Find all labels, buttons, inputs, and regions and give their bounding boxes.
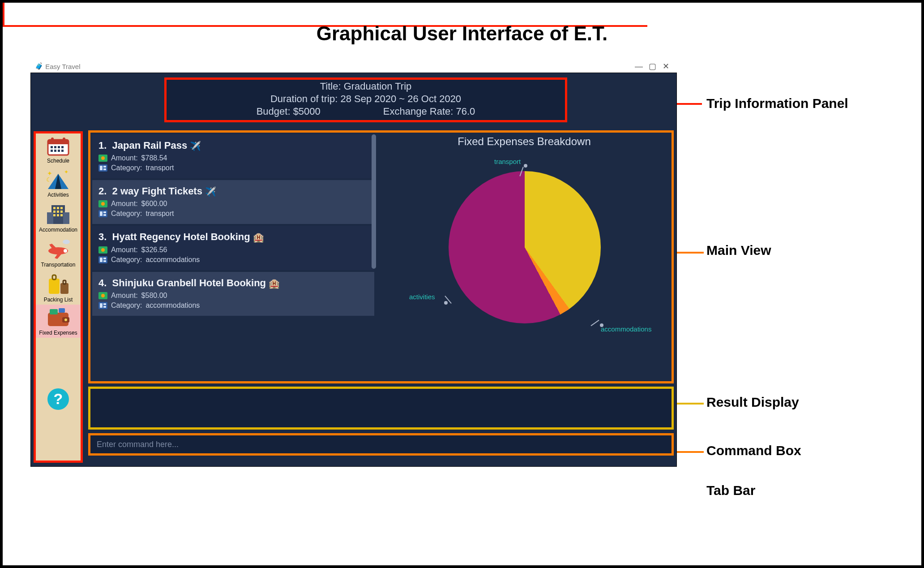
svg-rect-10: [58, 150, 60, 152]
command-placeholder: Enter command here...: [97, 440, 179, 449]
page-title: Graphical User Interface of E.T.: [3, 22, 921, 45]
pie-chart: [449, 171, 601, 323]
plane-emoji-icon: ✈️: [190, 141, 201, 151]
pie-dot: [444, 301, 448, 305]
category-value: transport: [145, 210, 174, 218]
category-value: accommodations: [145, 256, 200, 264]
svg-rect-7: [61, 146, 64, 148]
tab-schedule[interactable]: Schedule: [36, 133, 81, 166]
tab-activities[interactable]: ✦✦☾ Activities: [36, 166, 81, 200]
svg-rect-39: [50, 309, 58, 314]
svg-rect-60: [100, 258, 103, 262]
window-maximize-button[interactable]: ▢: [646, 61, 659, 71]
category-label: Category:: [111, 210, 142, 218]
annotation-result-display: Result Display: [706, 395, 799, 410]
trip-duration-label: Duration of trip:: [270, 93, 341, 104]
money-icon: [98, 200, 107, 207]
chart-title: Fixed Expenses Breakdown: [377, 135, 672, 148]
trip-budget-label: Budget:: [257, 106, 293, 117]
window-close-button[interactable]: ✕: [659, 61, 672, 71]
svg-point-42: [64, 318, 67, 321]
amount-value: $326.56: [141, 246, 167, 254]
svg-rect-55: [103, 211, 106, 213]
item-title: Japan Rail Pass: [112, 140, 188, 151]
svg-point-29: [63, 240, 70, 244]
amount-value: $788.54: [141, 154, 167, 162]
svg-rect-49: [103, 166, 106, 168]
tab-transportation[interactable]: Transportation: [36, 235, 81, 270]
expense-item[interactable]: 1. Japan Rail Pass ✈️ Amount: $788.54 Ca…: [92, 134, 374, 178]
trip-title-label: Title:: [320, 81, 344, 92]
trip-rate-label: Exchange Rate:: [383, 106, 456, 117]
plane-emoji-icon: ✈️: [205, 187, 216, 197]
svg-rect-61: [103, 258, 106, 259]
svg-rect-5: [54, 146, 56, 148]
expense-item[interactable]: 2. 2 way Fight Tickets ✈️ Amount: $600.0…: [92, 180, 374, 224]
money-icon: [98, 292, 107, 299]
category-value: accommodations: [145, 301, 200, 310]
expense-item[interactable]: 4. Shinjuku Granbell Hotel Booking 🏨 Amo…: [92, 272, 374, 316]
tab-label: Schedule: [47, 158, 69, 164]
expense-list[interactable]: 1. Japan Rail Pass ✈️ Amount: $788.54 Ca…: [90, 133, 377, 381]
amount-label: Amount:: [111, 246, 138, 254]
tab-help[interactable]: ?: [36, 338, 81, 460]
svg-rect-28: [60, 214, 63, 216]
trip-budget-value: $5000: [293, 106, 321, 117]
trip-info-panel: Title: Graduation Trip Duration of trip:…: [164, 77, 567, 122]
tab-fixed-expenses[interactable]: Fixed Expenses: [36, 305, 81, 338]
svg-rect-27: [57, 214, 59, 216]
expense-item[interactable]: 3. Hyatt Regency Hotel Booking 🏨 Amount:…: [92, 226, 374, 270]
app-window: 🧳 Easy Travel — ▢ ✕ Title: Graduation Tr…: [30, 60, 677, 467]
svg-rect-37: [63, 280, 66, 284]
pie-label-activities: activities: [409, 293, 435, 301]
svg-rect-23: [53, 211, 56, 213]
category-label: Category:: [111, 256, 142, 264]
svg-rect-40: [59, 308, 65, 313]
main-view: 1. Japan Rail Pass ✈️ Amount: $788.54 Ca…: [88, 130, 674, 383]
category-label: Category:: [111, 301, 142, 310]
leader-line: [3, 3, 4, 25]
app-body: Title: Graduation Trip Duration of trip:…: [30, 73, 677, 467]
svg-text:✦: ✦: [64, 169, 68, 175]
luggage-icon: [45, 272, 71, 296]
svg-point-3: [63, 138, 65, 140]
svg-rect-62: [103, 260, 106, 262]
svg-rect-50: [103, 168, 106, 170]
wallet-icon: [45, 307, 71, 329]
amount-label: Amount:: [111, 292, 138, 300]
svg-text:☾: ☾: [46, 176, 52, 183]
item-index: 3.: [98, 231, 107, 242]
calendar-icon: [46, 136, 70, 157]
svg-rect-54: [100, 211, 103, 216]
scrollbar[interactable]: [372, 134, 376, 269]
app-logo-icon: 🧳: [35, 62, 43, 70]
item-title: 2 way Fight Tickets: [112, 185, 202, 197]
tab-accommodation[interactable]: Accommodation: [36, 200, 81, 235]
svg-rect-21: [57, 207, 59, 209]
trip-title-value: Graduation Trip: [344, 81, 412, 92]
svg-rect-68: [103, 306, 106, 308]
amount-value: $580.00: [141, 292, 167, 300]
pie-label-accommodations: accommodations: [601, 325, 651, 333]
amount-label: Amount:: [111, 154, 138, 162]
money-icon: [98, 246, 107, 254]
svg-rect-19: [63, 212, 69, 224]
leader-line: [677, 252, 704, 254]
svg-point-64: [101, 294, 105, 297]
svg-point-33: [64, 249, 67, 253]
command-box[interactable]: Enter command here...: [88, 433, 674, 456]
svg-rect-56: [103, 214, 106, 216]
pie-dot: [524, 164, 527, 168]
svg-point-2: [51, 138, 54, 140]
trip-duration-value: 28 Sep 2020 ~ 26 Oct 2020: [340, 93, 461, 104]
tab-packing[interactable]: Packing List: [36, 270, 81, 305]
svg-rect-36: [60, 283, 68, 294]
svg-rect-8: [51, 150, 53, 152]
annotation-tab-bar: Tab Bar: [706, 483, 755, 498]
leader-line: [677, 403, 704, 404]
category-icon: [98, 164, 107, 172]
tab-bar: Schedule ✦✦☾ Activities Accommodation Tr…: [34, 131, 83, 463]
svg-rect-35: [52, 275, 56, 280]
annotation-trip-info: Trip Information Panel: [706, 96, 848, 111]
window-minimize-button[interactable]: —: [632, 62, 646, 71]
